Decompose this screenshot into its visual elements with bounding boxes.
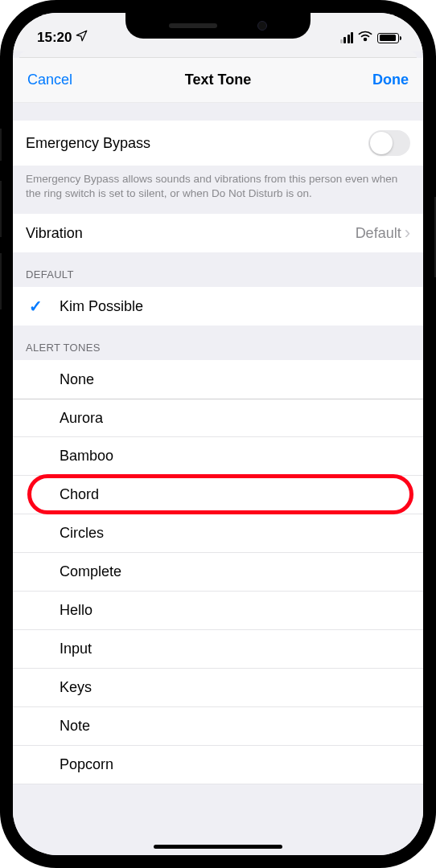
alert-tones-list: NoneAuroraBambooChordCirclesCompleteHell…	[13, 360, 423, 784]
cancel-button[interactable]: Cancel	[27, 72, 92, 88]
default-tone-label: Kim Possible	[60, 298, 143, 315]
emergency-bypass-row[interactable]: Emergency Bypass	[13, 121, 423, 166]
default-section-header: DEFAULT	[13, 252, 423, 287]
alert-tone-row[interactable]: Aurora	[13, 399, 423, 437]
default-tone-row[interactable]: ✓ Kim Possible	[13, 287, 423, 326]
alert-tone-label: None	[60, 371, 94, 388]
checkmark-icon: ✓	[29, 297, 43, 316]
alert-tone-row[interactable]: Note	[13, 707, 423, 746]
vibration-label: Vibration	[26, 225, 83, 242]
alert-tone-label: Hello	[60, 602, 93, 619]
alert-tone-label: Complete	[60, 563, 121, 580]
done-button[interactable]: Done	[344, 72, 409, 88]
chevron-right-icon: ›	[405, 224, 410, 242]
alert-tone-row[interactable]: Input	[13, 630, 423, 669]
page-title: Text Tone	[185, 72, 251, 88]
alert-tone-label: Bamboo	[60, 448, 113, 465]
nav-bar: Cancel Text Tone Done	[13, 58, 423, 103]
mute-switch	[0, 129, 2, 161]
content-scroll[interactable]: Emergency Bypass Emergency Bypass allows…	[13, 103, 423, 855]
alert-tone-row[interactable]: Popcorn	[13, 746, 423, 784]
battery-icon	[377, 33, 399, 43]
volume-down-button	[0, 253, 2, 309]
alert-tone-label: Keys	[60, 679, 92, 696]
alert-tone-row[interactable]: Complete	[13, 553, 423, 592]
vibration-row[interactable]: Vibration Default ›	[13, 214, 423, 252]
alert-tones-header: ALERT TONES	[13, 326, 423, 360]
alert-tone-label: Circles	[60, 525, 104, 542]
alert-tone-label: Note	[60, 718, 90, 735]
alert-tone-row[interactable]: Bamboo	[13, 437, 423, 476]
emergency-bypass-label: Emergency Bypass	[26, 135, 150, 152]
emergency-bypass-toggle[interactable]	[368, 130, 410, 156]
alert-tone-row[interactable]: Keys	[13, 669, 423, 707]
notch	[125, 13, 311, 39]
alert-tone-label: Chord	[60, 486, 99, 503]
toggle-knob	[370, 132, 393, 154]
alert-tone-row[interactable]: Chord	[13, 476, 423, 514]
alert-tone-label: Popcorn	[60, 756, 113, 773]
sheet-background-peek	[19, 51, 417, 58]
alert-tone-row[interactable]: Hello	[13, 592, 423, 630]
svg-point-0	[364, 39, 367, 41]
alert-tone-row[interactable]: Circles	[13, 514, 423, 553]
screen: 15:20 Cancel Text Tone Done	[13, 13, 423, 855]
vibration-value: Default	[356, 225, 401, 242]
alert-tone-label: Aurora	[60, 410, 103, 427]
speaker-grille	[169, 23, 217, 28]
cellular-icon	[340, 32, 354, 43]
phone-frame: 15:20 Cancel Text Tone Done	[0, 0, 436, 868]
front-camera	[257, 21, 267, 31]
location-icon	[76, 30, 88, 46]
alert-tone-label: Input	[60, 641, 92, 657]
wifi-icon	[358, 30, 372, 46]
emergency-bypass-description: Emergency Bypass allows sounds and vibra…	[13, 166, 423, 214]
status-time: 15:20	[37, 30, 72, 46]
home-indicator[interactable]	[154, 845, 282, 849]
volume-up-button	[0, 181, 2, 237]
alert-tone-row[interactable]: None	[13, 360, 423, 399]
